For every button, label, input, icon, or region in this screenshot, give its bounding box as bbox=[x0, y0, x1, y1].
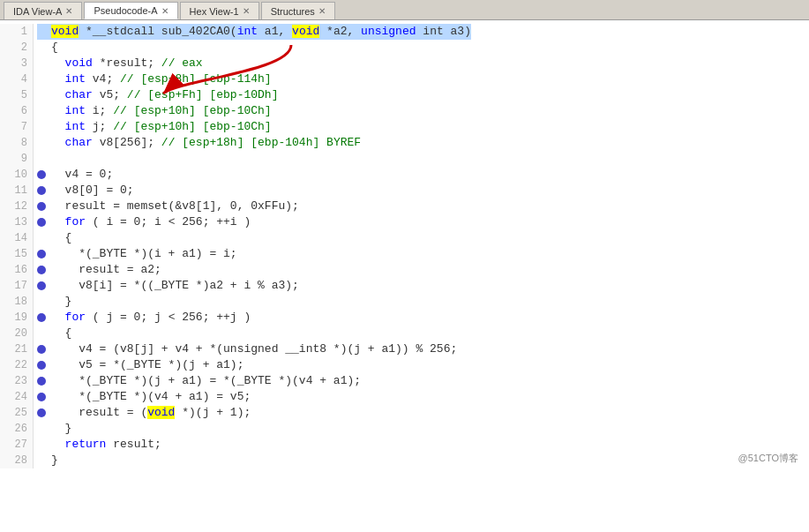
line-num-6: 6 bbox=[4, 103, 27, 119]
code-line-7: int j; // [esp+10h] [ebp-10Ch] bbox=[37, 119, 471, 135]
line-num-16: 16 bbox=[4, 262, 27, 278]
code-line-10: v4 = 0; bbox=[37, 167, 471, 183]
code-line-18: } bbox=[37, 294, 471, 310]
breakpoint-16 bbox=[37, 266, 46, 274]
code-lines-wrapper: void *__stdcall sub_402CA0(int a1, void … bbox=[34, 24, 471, 468]
line-num-1: 1 bbox=[4, 24, 27, 40]
code-line-12: result = memset(&v8[1], 0, 0xFFu); bbox=[37, 199, 471, 214]
breakpoint-12 bbox=[37, 202, 46, 211]
tab-hex-view-close[interactable]: ✕ bbox=[243, 6, 250, 16]
code-line-16: result = a2; bbox=[37, 262, 471, 278]
line-22-text: v5 = *(_BYTE *)(j + a1); bbox=[51, 357, 243, 373]
tab-ida-view-close[interactable]: ✕ bbox=[65, 6, 72, 16]
breakpoint-10 bbox=[37, 170, 46, 179]
line-3-text: void *result; // eax bbox=[51, 56, 203, 71]
line-1-text: void *__stdcall sub_402CA0(int a1, void … bbox=[51, 24, 471, 40]
kw-void-1b: void bbox=[292, 25, 319, 38]
breakpoint-25 bbox=[37, 408, 46, 417]
code-line-26: } bbox=[37, 421, 471, 437]
code-line-20: { bbox=[37, 326, 471, 341]
line-num-10: 10 bbox=[4, 167, 27, 183]
code-container: 1 2 3 4 5 6 7 8 9 10 11 12 13 14 15 16 1… bbox=[0, 20, 809, 472]
line-num-20: 20 bbox=[4, 326, 27, 341]
code-line-23: *(_BYTE *)(j + a1) = *(_BYTE *)(v4 + a1)… bbox=[37, 373, 471, 389]
line-23-text: *(_BYTE *)(j + a1) = *(_BYTE *)(v4 + a1)… bbox=[51, 373, 361, 389]
line-num-23: 23 bbox=[4, 373, 27, 389]
breakpoint-19 bbox=[37, 313, 46, 322]
line-4-text: int v4; // [esp+8h] [ebp-114h] bbox=[51, 71, 272, 87]
line-num-15: 15 bbox=[4, 246, 27, 262]
line-num-9: 9 bbox=[4, 151, 27, 167]
line-numbers: 1 2 3 4 5 6 7 8 9 10 11 12 13 14 15 16 1… bbox=[0, 24, 34, 468]
kw-unsigned-1: unsigned bbox=[361, 25, 416, 38]
code-line-25: result = (void *)(j + 1); bbox=[37, 405, 471, 421]
line-15-text: *(_BYTE *)(i + a1) = i; bbox=[51, 246, 237, 262]
line-num-24: 24 bbox=[4, 389, 27, 405]
code-line-8: char v8[256]; // [esp+18h] [ebp-104h] BY… bbox=[37, 135, 471, 151]
app-window: IDA View-A ✕ Pseudocode-A ✕ Hex View-1 ✕… bbox=[0, 0, 809, 532]
code-line-13: for ( i = 0; i < 256; ++i ) bbox=[37, 214, 471, 230]
line-num-14: 14 bbox=[4, 230, 27, 246]
code-line-3: void *result; // eax bbox=[37, 56, 471, 71]
line-12-text: result = memset(&v8[1], 0, 0xFFu); bbox=[51, 199, 299, 214]
tab-hex-view-label: Hex View-1 bbox=[190, 6, 239, 17]
tab-structures-label: Structures bbox=[271, 6, 315, 17]
tab-pseudocode-close[interactable]: ✕ bbox=[161, 6, 169, 16]
line-2-text: { bbox=[51, 40, 58, 56]
breakpoint-17 bbox=[37, 281, 46, 290]
tab-ida-view-label: IDA View-A bbox=[13, 6, 62, 17]
line-10-text: v4 = 0; bbox=[51, 167, 113, 183]
tab-ida-view[interactable]: IDA View-A ✕ bbox=[4, 2, 82, 19]
line-28-text: } bbox=[51, 453, 58, 468]
line-num-7: 7 bbox=[4, 119, 27, 135]
line-num-13: 13 bbox=[4, 214, 27, 230]
tab-pseudocode-label: Pseudocode-A bbox=[94, 5, 157, 16]
breakpoint-23 bbox=[37, 377, 46, 386]
line-num-27: 27 bbox=[4, 437, 27, 453]
code-line-9 bbox=[37, 151, 471, 167]
breakpoint-11 bbox=[37, 186, 46, 195]
line-25-text: result = (void *)(j + 1); bbox=[51, 405, 251, 421]
tab-hex-view[interactable]: Hex View-1 ✕ bbox=[180, 2, 259, 19]
line-16-text: result = a2; bbox=[51, 262, 161, 278]
line-7-text: int j; // [esp+10h] [ebp-10Ch] bbox=[51, 119, 272, 135]
tab-structures[interactable]: Structures ✕ bbox=[261, 2, 335, 19]
bp-col-23 bbox=[37, 373, 51, 389]
code-line-4: int v4; // [esp+8h] [ebp-114h] bbox=[37, 71, 471, 87]
code-line-19: for ( j = 0; j < 256; ++j ) bbox=[37, 310, 471, 326]
kw-void-1: void bbox=[51, 25, 79, 38]
line-11-text: v8[0] = 0; bbox=[51, 183, 134, 199]
bp-col-13 bbox=[37, 214, 51, 230]
bp-col-17 bbox=[37, 278, 51, 294]
bp-col-15 bbox=[37, 246, 51, 262]
line-17-text: v8[i] = *((_BYTE *)a2 + i % a3); bbox=[51, 278, 299, 294]
code-line-21: v4 = (v8[j] + v4 + *(unsigned __int8 *)(… bbox=[37, 341, 471, 357]
watermark: @51CTO博客 bbox=[738, 452, 798, 465]
kw-int-1: int bbox=[237, 25, 258, 38]
tab-structures-close[interactable]: ✕ bbox=[318, 6, 326, 16]
line-8-text: char v8[256]; // [esp+18h] [ebp-104h] BY… bbox=[51, 135, 361, 151]
code-line-6: int i; // [esp+10h] [ebp-10Ch] bbox=[37, 103, 471, 119]
line-num-21: 21 bbox=[4, 341, 27, 357]
line-14-text: { bbox=[51, 230, 71, 246]
line-num-26: 26 bbox=[4, 421, 27, 437]
bp-col-25 bbox=[37, 405, 51, 421]
bp-col-21 bbox=[37, 341, 51, 357]
code-line-14: { bbox=[37, 230, 471, 246]
line-num-4: 4 bbox=[4, 71, 27, 87]
breakpoint-21 bbox=[37, 345, 46, 354]
line-num-11: 11 bbox=[4, 183, 27, 199]
breakpoint-13 bbox=[37, 218, 46, 227]
line-num-3: 3 bbox=[4, 56, 27, 71]
tab-pseudocode[interactable]: Pseudocode-A ✕ bbox=[84, 2, 177, 19]
line-5-text: char v5; // [esp+Fh] [ebp-10Dh] bbox=[51, 87, 278, 103]
breakpoint-22 bbox=[37, 361, 46, 370]
line-6-text: int i; // [esp+10h] [ebp-10Ch] bbox=[51, 103, 272, 119]
line-18-text: } bbox=[51, 294, 71, 310]
bp-col-12 bbox=[37, 199, 51, 214]
bp-col-24 bbox=[37, 389, 51, 405]
bp-col-19 bbox=[37, 310, 51, 326]
line-num-18: 18 bbox=[4, 294, 27, 310]
code-area: 1 2 3 4 5 6 7 8 9 10 11 12 13 14 15 16 1… bbox=[0, 20, 809, 472]
line-27-text: return result; bbox=[51, 437, 161, 453]
